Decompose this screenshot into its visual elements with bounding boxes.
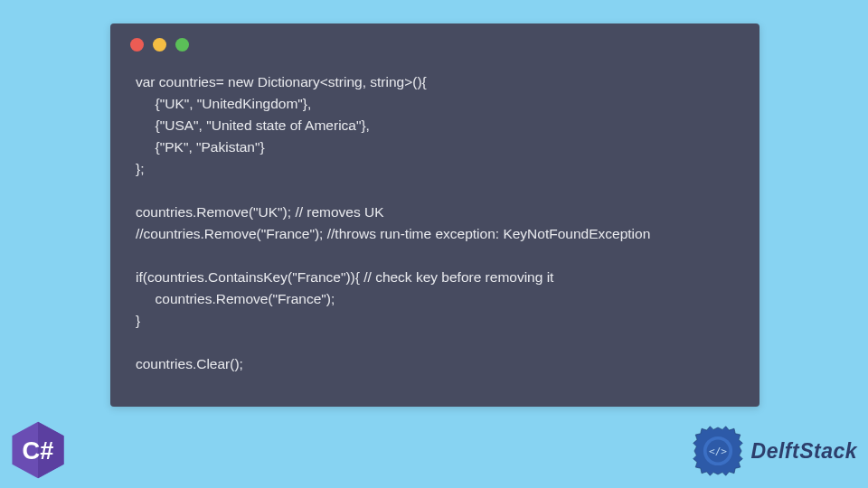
close-icon (130, 38, 144, 52)
delftstack-label: DelftStack (751, 439, 857, 464)
code-line: {"USA", "United state of America"}, (136, 117, 370, 133)
code-content: var countries= new Dictionary<string, st… (110, 52, 760, 375)
code-line: {"UK", "UnitedKingdom"}, (136, 96, 311, 111)
code-line: countries.Remove("France"); (136, 291, 335, 306)
delftstack-logo: </> DelftStack (690, 423, 857, 479)
code-line: countries.Clear(); (136, 356, 243, 371)
csharp-label-text: C# (23, 436, 54, 465)
code-line: countries.Remove("UK"); // removes UK (136, 204, 384, 220)
maximize-icon (175, 38, 189, 52)
gear-icon: </> (690, 423, 746, 479)
code-line: if(countries.ContainsKey("France")){ // … (136, 269, 553, 285)
code-line: } (136, 313, 140, 328)
code-line: var countries= new Dictionary<string, st… (136, 74, 427, 89)
csharp-logo-icon: C# (7, 419, 69, 481)
window-controls (110, 23, 760, 52)
code-window: var countries= new Dictionary<string, st… (110, 23, 760, 407)
svg-text:</>: </> (708, 446, 726, 457)
code-line: //countries.Remove("France"); //throws r… (136, 226, 650, 241)
code-line: }; (136, 161, 144, 176)
minimize-icon (153, 38, 166, 52)
code-line: {"PK", "Pakistan"} (136, 139, 265, 155)
